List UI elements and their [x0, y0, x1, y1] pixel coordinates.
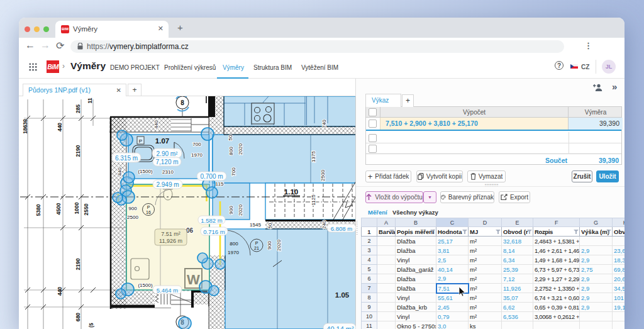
- svg-text:50: 50: [228, 135, 233, 140]
- svg-text:06: 06: [186, 227, 194, 234]
- svg-text:6.315 m: 6.315 m: [115, 155, 138, 162]
- svg-text:800: 800: [228, 147, 234, 155]
- svg-text:740: 740: [321, 120, 327, 128]
- svg-text:(1500): (1500): [138, 169, 152, 174]
- svg-text:115: 115: [216, 181, 224, 187]
- svg-text:440: 440: [117, 167, 123, 176]
- svg-text:2.949 m: 2.949 m: [156, 181, 179, 188]
- svg-text:1.07: 1.07: [155, 137, 169, 145]
- svg-text:240: 240: [321, 220, 327, 229]
- svg-text:0.716 m: 0.716 m: [203, 228, 225, 235]
- svg-text:1.05: 1.05: [335, 291, 350, 299]
- svg-text:W: W: [187, 272, 200, 287]
- svg-text:5380: 5380: [35, 204, 42, 216]
- svg-text:2020: 2020: [276, 240, 282, 251]
- svg-text:1000: 1000: [74, 202, 80, 214]
- svg-text:2500: 2500: [320, 170, 326, 181]
- svg-text:2550: 2550: [83, 203, 89, 215]
- svg-text:1545: 1545: [250, 222, 261, 228]
- svg-text:2310: 2310: [162, 169, 174, 175]
- svg-text:2.90 m²: 2.90 m²: [157, 150, 179, 157]
- svg-text:P: P: [147, 205, 150, 209]
- svg-text:7.51 m²: 7.51 m²: [161, 231, 180, 237]
- svg-text:7,120 m: 7,120 m: [155, 159, 178, 165]
- svg-text:21: 21: [254, 246, 259, 250]
- svg-text:1.10: 1.10: [284, 188, 298, 196]
- svg-text:900: 900: [267, 241, 272, 250]
- svg-text:0.700 m: 0.700 m: [200, 173, 223, 180]
- svg-text:4500: 4500: [55, 203, 62, 215]
- svg-text:6.808 m: 6.808 m: [331, 225, 352, 232]
- svg-text:440: 440: [57, 287, 63, 296]
- svg-text:1970: 1970: [228, 250, 239, 255]
- svg-text:16: 16: [146, 210, 151, 215]
- svg-text:40,14 m²: 40,14 m²: [326, 325, 354, 329]
- svg-text:18630: 18630: [22, 119, 28, 134]
- svg-text:11,926 m: 11,926 m: [159, 238, 182, 244]
- svg-text:2190: 2190: [75, 258, 81, 270]
- svg-text:2500: 2500: [127, 215, 138, 220]
- svg-text:50: 50: [267, 223, 273, 228]
- svg-text:1970: 1970: [191, 152, 203, 158]
- svg-text:700: 700: [192, 142, 201, 147]
- svg-text:2020: 2020: [238, 143, 243, 155]
- svg-text:P: P: [139, 138, 142, 144]
- svg-text:440: 440: [57, 123, 63, 131]
- svg-text:2020: 2020: [238, 204, 243, 216]
- svg-text:1375: 1375: [311, 151, 316, 162]
- svg-text:5.464 m: 5.464 m: [157, 287, 178, 294]
- svg-text:2190: 2190: [75, 145, 81, 157]
- svg-text:285: 285: [75, 104, 81, 113]
- svg-text:900: 900: [128, 206, 137, 211]
- svg-text:(1500): (1500): [138, 282, 152, 288]
- svg-text:P: P: [255, 241, 258, 245]
- svg-text:1.582 m: 1.582 m: [201, 217, 222, 224]
- svg-text:700: 700: [231, 167, 236, 176]
- svg-text:8: 8: [180, 99, 184, 106]
- svg-text:440: 440: [153, 120, 159, 129]
- svg-text:1125: 1125: [311, 194, 316, 206]
- svg-text:800: 800: [230, 241, 238, 247]
- svg-text:900: 900: [228, 206, 234, 215]
- svg-text:11: 11: [87, 98, 93, 103]
- svg-text:(5: (5: [88, 323, 94, 328]
- svg-text:680: 680: [75, 313, 81, 321]
